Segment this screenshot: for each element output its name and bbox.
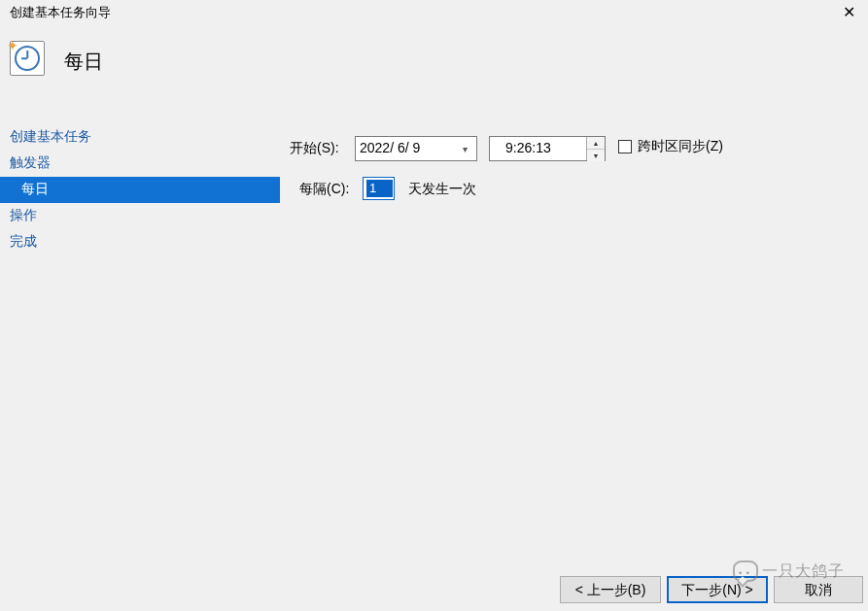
tz-sync-label: 跨时区同步(Z): [638, 138, 723, 155]
start-time-value: 9:26:13: [505, 140, 551, 155]
interval-label: 每隔(C):: [299, 181, 349, 198]
wizard-footer: < 上一步(B) 下一步(N) > 取消: [0, 572, 868, 611]
spin-up-icon[interactable]: ▲: [587, 137, 605, 150]
step-daily[interactable]: 每日: [0, 177, 280, 203]
start-date-picker[interactable]: 2022/ 6/ 9 ▾: [355, 136, 477, 161]
time-spinner[interactable]: ▲ ▼: [586, 137, 605, 160]
step-action[interactable]: 操作: [0, 203, 280, 229]
spin-down-icon[interactable]: ▼: [587, 150, 605, 161]
page-heading: 每日: [64, 49, 103, 75]
checkbox-box-icon[interactable]: [618, 140, 632, 153]
step-create-basic-task[interactable]: 创建基本任务: [0, 124, 280, 151]
chevron-down-icon[interactable]: ▾: [455, 139, 474, 158]
interval-row: 每隔(C): 1 天发生一次: [290, 165, 868, 206]
titlebar: 创建基本任务向导 ✕: [0, 0, 868, 25]
wizard-window: 创建基本任务向导 ✕ ✦ 每日 创建基本任务 触发器 每日 操作 完成 开始(S…: [0, 0, 868, 611]
tz-sync-checkbox[interactable]: 跨时区同步(Z): [618, 138, 723, 155]
back-button[interactable]: < 上一步(B): [560, 576, 661, 603]
step-finish[interactable]: 完成: [0, 229, 280, 255]
daily-settings: 开始(S): 2022/ 6/ 9 ▾ 9:26:13 ▲ ▼ 跨时区同步(Z)…: [290, 124, 868, 206]
start-label: 开始(S):: [290, 140, 339, 157]
wizard-clock-icon: ✦: [10, 41, 45, 76]
step-trigger[interactable]: 触发器: [0, 151, 280, 177]
next-button[interactable]: 下一步(N) >: [667, 576, 768, 603]
interval-suffix: 天发生一次: [408, 181, 476, 198]
window-title: 创建基本任务向导: [10, 4, 111, 21]
start-date-value: 2022/ 6/ 9: [360, 140, 420, 155]
interval-input[interactable]: 1: [363, 177, 395, 200]
wizard-steps: 创建基本任务 触发器 每日 操作 完成: [0, 124, 280, 255]
close-icon[interactable]: ✕: [839, 4, 858, 23]
interval-value: 1: [366, 180, 393, 197]
cancel-button[interactable]: 取消: [774, 576, 863, 603]
start-row: 开始(S): 2022/ 6/ 9 ▾ 9:26:13 ▲ ▼ 跨时区同步(Z): [290, 124, 868, 165]
start-time-picker[interactable]: 9:26:13 ▲ ▼: [489, 136, 606, 161]
